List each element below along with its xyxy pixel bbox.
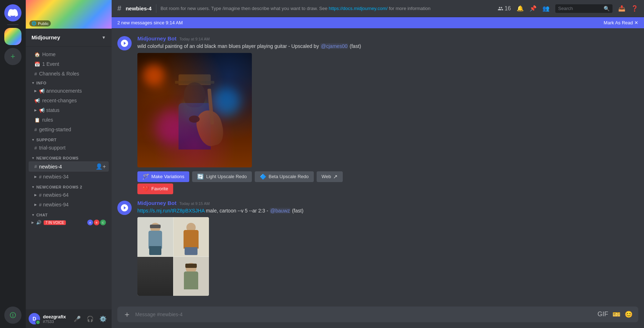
newcomer-rooms-2-label: NEWCOMER ROOMS 2: [36, 185, 82, 189]
status-chevron: ▶: [34, 108, 37, 112]
pin-icon[interactable]: 📌: [530, 5, 537, 12]
settings-button[interactable]: ⚙️: [97, 313, 109, 324]
new-messages-banner: 2 new messages since 9:14 AM Mark As Rea…: [112, 17, 644, 28]
discord-home-icon[interactable]: [4, 4, 21, 21]
support-section-header[interactable]: ▼ SUPPORT: [26, 136, 112, 143]
server-public-badge: 🌐 Public: [29, 20, 51, 26]
sidebar-item-recent-changes[interactable]: 📢 recent-changes: [29, 96, 109, 105]
message-2-image[interactable]: [137, 217, 209, 296]
message-attach-button[interactable]: ＋: [123, 309, 131, 320]
sticker-icon[interactable]: 🎫: [613, 310, 620, 318]
message-1-timestamp: Today at 9:14 AM: [179, 37, 210, 41]
user-avatar: D: [29, 313, 40, 324]
sidebar-item-channels-roles[interactable]: # Channels & Roles: [29, 69, 109, 78]
chat-section-header[interactable]: ▼ CHAT: [26, 211, 112, 218]
newcomer-rooms-2-section-header[interactable]: ▼ NEWCOMER ROOMS 2: [26, 183, 112, 190]
server-header[interactable]: Midjourney ▼: [26, 29, 112, 46]
message-2-timestamp: Today at 9:15 AM: [179, 201, 210, 206]
mute-button[interactable]: 🎤: [72, 313, 83, 324]
channel-list: 🏠 Home 📅 1 Event # Channels & Roles ▼ IN…: [26, 46, 112, 309]
sidebar-item-newbies-4[interactable]: # newbies-4 👤+: [29, 161, 109, 172]
favorite-button[interactable]: ❤️ Favorite: [137, 183, 173, 194]
voice-avatars: A B C: [87, 220, 106, 225]
announcements-icon: 📢: [39, 88, 45, 94]
new-messages-text: 2 new messages since 9:14 AM: [117, 20, 183, 25]
user-controls: 🎤 🎧 ⚙️: [72, 313, 109, 324]
sidebar-item-voice[interactable]: ▶ 🔊 7 IN VOICE A B C: [29, 218, 109, 227]
channel-header: # newbies-4 Bot room for new users. Type…: [112, 0, 644, 17]
emoji-icon[interactable]: 😊: [625, 310, 633, 318]
getting-started-label: getting-started: [39, 127, 106, 132]
channels-roles-label: Channels & Roles: [39, 71, 106, 77]
gif-icon[interactable]: GIF: [597, 310, 608, 318]
newcomer-rooms-2-chevron: ▼: [31, 185, 35, 189]
heart-icon: ❤️: [142, 186, 149, 192]
members-list-icon[interactable]: 👥: [542, 5, 550, 12]
recent-changes-icon: 📢: [34, 98, 40, 103]
sidebar-item-announcements[interactable]: ▶ 📢 announcements: [29, 86, 109, 96]
mark-as-read-button[interactable]: Mark As Read ✕: [604, 20, 638, 25]
message-input[interactable]: [135, 307, 593, 322]
web-button[interactable]: Web ↗: [317, 171, 343, 182]
message-input-box: ＋ GIF 🎫 😊: [117, 307, 638, 322]
beta-upscale-redo-button[interactable]: 🔷 Beta Upscale Redo: [255, 171, 314, 182]
channel-topic: Bot room for new users. Type /imagine th…: [161, 6, 494, 11]
make-variations-button[interactable]: 🪄 Make Variations: [137, 171, 189, 182]
newbies-94-label: newbies-94: [43, 202, 106, 207]
sidebar-item-getting-started[interactable]: # getting-started: [29, 125, 109, 134]
sidebar-item-home[interactable]: 🏠 Home: [29, 50, 109, 59]
search-input[interactable]: [558, 6, 601, 11]
home-label: Home: [42, 52, 106, 57]
rules-icon: 📋: [34, 117, 40, 123]
members-icon[interactable]: 16: [498, 5, 511, 12]
sidebar-item-newbies-94[interactable]: ▶ # newbies-94: [29, 200, 109, 209]
status-icon: 📢: [39, 108, 45, 113]
sidebar-item-newbies-34[interactable]: ▶ # newbies-34: [29, 172, 109, 181]
sidebar-item-status[interactable]: ▶ 📢 status: [29, 106, 109, 115]
newbies-4-add-icon[interactable]: 👤+: [96, 163, 106, 170]
message-1-buttons: 🪄 Make Variations 🔄 Light Upscale Redo 🔷…: [137, 171, 638, 182]
info-section: ▼ INFO ▶ 📢 announcements 📢 recent-change…: [26, 79, 112, 134]
download-apps-button[interactable]: [4, 307, 21, 324]
channel-name: newbies-4: [126, 5, 152, 11]
mark-read-icon: ✕: [634, 20, 638, 25]
newcomer-rooms-section-header[interactable]: ▼ NEWCOMER ROOMS: [26, 154, 112, 161]
info-section-header[interactable]: ▼ INFO: [26, 79, 112, 86]
newbies-34-chevron: ▶: [34, 175, 37, 178]
newbies-64-label: newbies-64: [43, 192, 106, 198]
message-2-author: Midjourney Bot: [137, 200, 176, 206]
sidebar-item-rules[interactable]: 📋 rules: [29, 115, 109, 124]
message-input-icons: GIF 🎫 😊: [597, 310, 633, 318]
light-upscale-redo-button[interactable]: 🔄 Light Upscale Redo: [192, 171, 252, 182]
message-2-header: Midjourney Bot Today at 9:15 AM: [137, 200, 638, 206]
home-icon: 🏠: [34, 52, 40, 57]
message-2-link[interactable]: https://s.mj.run/tRZ8pBXSJHA: [137, 208, 205, 214]
help-icon[interactable]: ❓: [631, 5, 638, 12]
web-icon: ↗: [333, 173, 338, 180]
midjourney-server-icon[interactable]: [4, 28, 21, 45]
deafen-button[interactable]: 🎧: [84, 313, 96, 324]
newbies-64-chevron: ▶: [34, 193, 37, 197]
announcements-label: announcements: [46, 88, 106, 94]
add-server-button[interactable]: +: [4, 48, 21, 65]
message-1-image[interactable]: [137, 53, 252, 167]
sidebar-item-event[interactable]: 📅 1 Event: [29, 59, 109, 69]
sidebar-item-trial-support[interactable]: # trial-support: [29, 143, 109, 152]
voice-avatar-3: C: [100, 220, 106, 225]
topic-link[interactable]: https://docs.midjourney.com/: [329, 6, 388, 11]
favorite-button-row: ❤️ Favorite: [137, 183, 638, 194]
member-count: 16: [504, 5, 511, 12]
notification-bell-icon[interactable]: 🔔: [517, 5, 524, 12]
message-1-avatar: [117, 36, 132, 50]
message-2-text: https://s.mj.run/tRZ8pBXSJHA male, carto…: [137, 207, 638, 215]
header-divider: [156, 4, 156, 13]
channels-icon: #: [34, 71, 37, 77]
inbox-icon[interactable]: 📥: [618, 5, 625, 12]
icon-bar-divider: [7, 24, 19, 25]
info-chevron: ▼: [31, 81, 35, 85]
sidebar-item-newbies-64[interactable]: ▶ # newbies-64: [29, 190, 109, 200]
message-1: Midjourney Bot Today at 9:14 AM wild col…: [112, 34, 644, 196]
chat-chevron: ▼: [31, 213, 35, 217]
info-section-label: INFO: [36, 81, 46, 85]
server-menu-chevron: ▼: [102, 35, 106, 40]
